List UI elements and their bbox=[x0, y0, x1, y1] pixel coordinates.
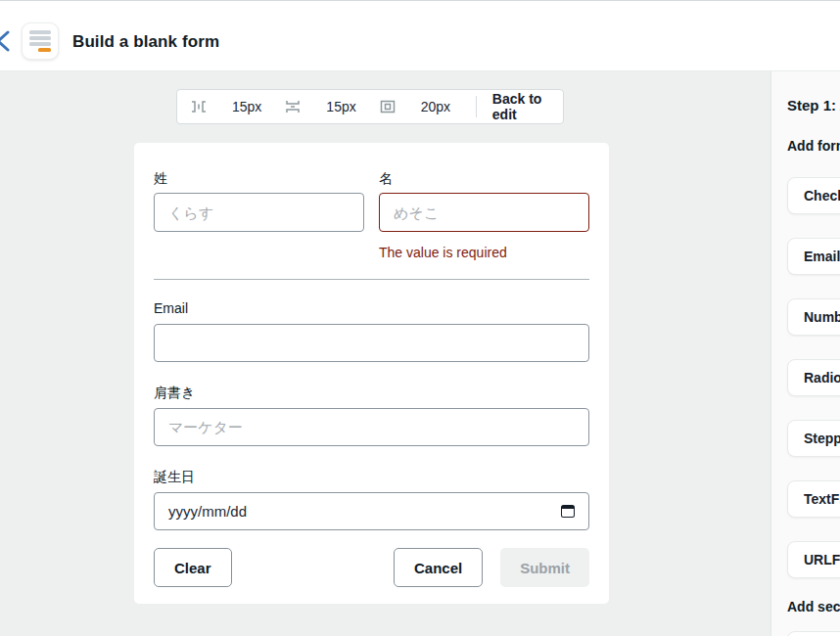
email-input[interactable] bbox=[154, 324, 589, 362]
last-name-field: 姓 bbox=[154, 168, 364, 260]
padding-value: 20px bbox=[421, 99, 450, 114]
birthday-date-input[interactable]: yyyy/mm/dd bbox=[154, 492, 589, 530]
form-icon-line bbox=[29, 36, 51, 40]
form-icon-line bbox=[29, 42, 51, 46]
form-icon-line bbox=[29, 30, 51, 34]
cancel-button[interactable]: Cancel bbox=[394, 548, 483, 587]
add-section-heading: Add section bbox=[787, 599, 840, 614]
name-fields-row: 姓 名 The value is required bbox=[154, 168, 589, 260]
last-name-label: 姓 bbox=[154, 168, 364, 188]
form-icon-accent-line bbox=[38, 48, 51, 52]
birthday-label: 誕生日 bbox=[154, 467, 589, 486]
back-chevron-icon[interactable] bbox=[0, 30, 11, 52]
back-to-edit-button[interactable]: Back to edit bbox=[492, 91, 549, 122]
first-name-error-message: The value is required bbox=[379, 245, 589, 260]
job-title-input[interactable] bbox=[154, 408, 589, 446]
clear-button[interactable]: Clear bbox=[154, 548, 232, 587]
row-gap-icon bbox=[285, 100, 301, 114]
field-item-textfield[interactable]: TextField bbox=[787, 480, 840, 518]
toolbar-divider bbox=[476, 96, 477, 117]
calendar-icon[interactable] bbox=[561, 505, 575, 518]
job-title-label: 肩書き bbox=[154, 383, 589, 402]
first-name-input[interactable] bbox=[379, 193, 589, 232]
form-actions-row: Clear Cancel Submit bbox=[154, 548, 589, 587]
email-label: Email bbox=[154, 298, 589, 318]
column-gap-value: 15px bbox=[232, 99, 261, 114]
page-title: Build a blank form bbox=[72, 32, 219, 52]
spacing-toolbar: 15px 15px 20px Back to edit bbox=[176, 89, 564, 124]
field-item-urlfield[interactable]: URLField bbox=[787, 541, 840, 578]
field-item-emailfield[interactable]: EmailField bbox=[787, 238, 840, 275]
column-gap-icon bbox=[191, 100, 207, 114]
add-form-fields-heading: Add form fields bbox=[787, 138, 840, 154]
field-item-checkboxfield[interactable]: CheckboxField bbox=[787, 177, 840, 214]
step-heading: Step 1: Add fields bbox=[787, 97, 840, 114]
form-builder-sidebar: Step 1: Add fields Add form fields Check… bbox=[770, 71, 840, 636]
field-item-radiogroupfield[interactable]: RadioGroupField bbox=[787, 359, 840, 396]
section-divider bbox=[154, 279, 589, 280]
submit-button[interactable]: Submit bbox=[500, 548, 589, 587]
first-name-label: 名 bbox=[379, 168, 589, 188]
row-gap-value: 15px bbox=[326, 99, 355, 114]
field-item-numberfield[interactable]: NumberField bbox=[787, 298, 840, 336]
form-document-icon bbox=[22, 23, 59, 60]
form-preview-card: 姓 名 The value is required Email 肩書き 誕生日 … bbox=[134, 143, 609, 604]
field-item-partial[interactable] bbox=[787, 631, 840, 636]
app-header: Build a blank form bbox=[0, 0, 840, 71]
last-name-input[interactable] bbox=[154, 193, 364, 232]
first-name-field: 名 The value is required bbox=[379, 168, 589, 260]
field-item-stepperfield[interactable]: StepperField bbox=[787, 420, 840, 457]
date-format-placeholder: yyyy/mm/dd bbox=[168, 503, 561, 520]
padding-icon bbox=[380, 100, 396, 114]
